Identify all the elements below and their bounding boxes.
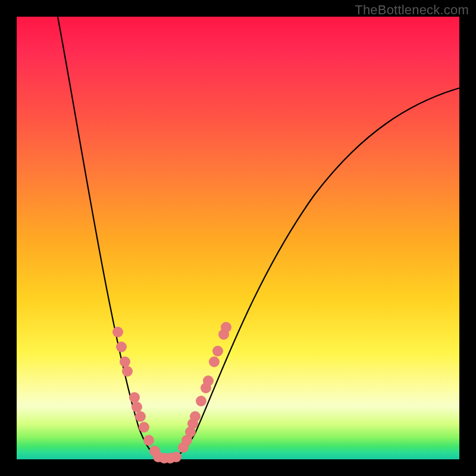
watermark-text: TheBottleneck.com [355, 2, 469, 18]
bottleneck-curve [58, 17, 459, 458]
data-dot [129, 392, 140, 403]
data-dot [122, 366, 133, 377]
data-dot [212, 346, 223, 356]
data-dot [112, 327, 123, 337]
data-dot [196, 396, 206, 406]
data-dots [112, 322, 231, 464]
data-dot [131, 402, 142, 412]
data-dot [143, 435, 154, 446]
data-dot [120, 356, 130, 367]
data-dot [139, 422, 149, 433]
data-dot [116, 342, 127, 352]
plot-area [17, 17, 459, 459]
data-dot [190, 411, 201, 422]
data-dot [171, 452, 181, 462]
data-dot [221, 322, 231, 333]
chart-frame: TheBottleneck.com [0, 0, 476, 476]
data-dot [209, 356, 220, 367]
data-dot [135, 411, 146, 422]
data-dot [203, 375, 214, 386]
curve-layer [17, 17, 459, 459]
